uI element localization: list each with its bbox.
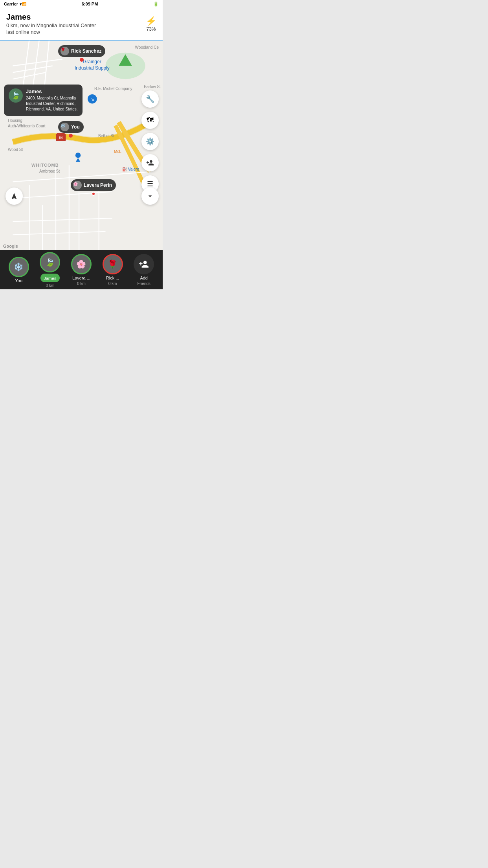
re-michel-label: R.E. Michel Company [94, 86, 132, 91]
wifi-icon: ▾📶 [20, 2, 26, 6]
james-popup-address: 2400, Magnolia Ct, Magnolia Industrial C… [26, 96, 78, 111]
bottom-item-add-friends[interactable]: Add Friends [132, 254, 156, 286]
valero-label: ⛽ Valero [122, 167, 139, 171]
james-popup-name: James [26, 88, 78, 94]
housing-label: HousingAuth-Whitcomb Court [8, 118, 46, 129]
svg-line-0 [13, 59, 62, 66]
rick-sanchez-avatar: 🌹 [61, 47, 69, 55]
james-popup-text: James 2400, Magnolia Ct, Magnolia Indust… [26, 88, 78, 112]
james-active-bg: James [40, 274, 59, 282]
map-background: 64 🛍 Woodland Ce GraingerIndustrial Supp… [0, 39, 163, 250]
svg-line-13 [13, 218, 112, 221]
wood-label: Wood St [8, 147, 23, 152]
bottom-item-rick[interactable]: 🌹 Rick ... 0 km [101, 254, 125, 286]
lavera-dot [92, 192, 95, 196]
whitcomb-label: WHITCOMB [31, 163, 59, 167]
you-dot [69, 134, 73, 138]
you-avatar: ❄️ [61, 123, 69, 131]
lavera-bottom-label: Lavera ... [72, 276, 90, 280]
navigation-arrow-button[interactable] [6, 188, 23, 205]
chevron-down-button[interactable] [141, 188, 159, 205]
carrier-label: Carrier [4, 2, 18, 6]
info-card-text: James 0 km, now in Magnolia Industrial C… [6, 13, 96, 35]
svg-point-24 [75, 153, 81, 158]
you-bottom-label: You [15, 278, 23, 283]
lavera-perin-marker[interactable]: 🌸 Lavera Perin [71, 179, 116, 196]
bottom-item-lavera[interactable]: 🌸 Lavera ... 0 km [70, 254, 93, 286]
you-marker[interactable]: ❄️ You [58, 121, 84, 138]
you-label: ❄️ You [58, 121, 84, 133]
settings-button[interactable]: ⚙️ [141, 133, 159, 150]
rick-sanchez-marker[interactable]: 🌹 Rick Sanchez [58, 45, 105, 62]
info-card[interactable]: James 0 km, now in Magnolia Industrial C… [0, 8, 163, 40]
barlow-label: Barlow St [144, 85, 161, 89]
tools-button[interactable]: 🔧 [141, 90, 159, 108]
time-label: 6:09 PM [82, 2, 98, 6]
fab-column: 🔧 🗺 ⚙️ ☰ [141, 90, 159, 193]
svg-text:🛍: 🛍 [91, 97, 94, 101]
lavera-distance-label: 0 km [77, 281, 86, 286]
lavera-perin-label: 🌸 Lavera Perin [71, 179, 116, 191]
bethel-label: Bethel St [98, 134, 114, 138]
james-popup-avatar: 🍃 [9, 88, 23, 103]
add-friends-avatar [134, 254, 154, 274]
bottom-bar: ❄️ You 🍃 James 0 km 🌸 Lavera ... 0 km 🌹 … [0, 250, 163, 289]
add-friends-label: Add [140, 276, 148, 280]
add-friends-sub-label: Friends [137, 281, 150, 286]
lavera-bottom-avatar: 🌸 [71, 254, 92, 274]
you-bottom-avatar: ❄️ [9, 257, 29, 277]
battery-percent: 73% [146, 26, 156, 32]
map-area[interactable]: 64 🛍 Woodland Ce GraingerIndustrial Supp… [0, 39, 163, 250]
rick-bottom-label: Rick ... [106, 276, 119, 280]
bottom-item-you[interactable]: ❄️ You [7, 257, 31, 283]
ambrose-label: Ambrose St [39, 169, 60, 173]
contact-name: James [6, 13, 96, 22]
add-friend-button[interactable] [141, 154, 159, 171]
battery-charging-icon: ⚡ [146, 16, 156, 26]
james-distance-label: 0 km [46, 283, 55, 288]
svg-line-4 [33, 39, 39, 89]
mcl-label: McL [114, 149, 121, 154]
status-left: Carrier ▾📶 [4, 2, 26, 6]
contact-last-online: last online now [6, 29, 96, 35]
rick-distance-label: 0 km [108, 281, 117, 286]
map-button[interactable]: 🗺 [141, 112, 159, 129]
google-label: Google [3, 244, 18, 248]
battery-icon: 🔋 [153, 2, 159, 7]
james-bottom-avatar: 🍃 [40, 252, 60, 272]
svg-line-2 [13, 72, 46, 79]
rick-bottom-avatar: 🌹 [103, 254, 123, 274]
woodland-label: Woodland Ce [135, 45, 159, 50]
james-popup[interactable]: 🍃 James 2400, Magnolia Ct, Magnolia Indu… [4, 85, 83, 116]
status-bar: Carrier ▾📶 6:09 PM 🔋 [0, 0, 163, 8]
james-bottom-label: James [44, 276, 56, 281]
rick-sanchez-label: 🌹 Rick Sanchez [58, 45, 105, 57]
lavera-perin-avatar: 🌸 [73, 181, 82, 189]
svg-line-14 [13, 232, 106, 235]
contact-distance: 0 km, now in Magnolia Industrial Center [6, 22, 96, 28]
rick-sanchez-dot [80, 58, 84, 62]
battery-block: ⚡ 73% [146, 16, 156, 32]
bottom-item-james[interactable]: 🍃 James 0 km [38, 252, 62, 288]
